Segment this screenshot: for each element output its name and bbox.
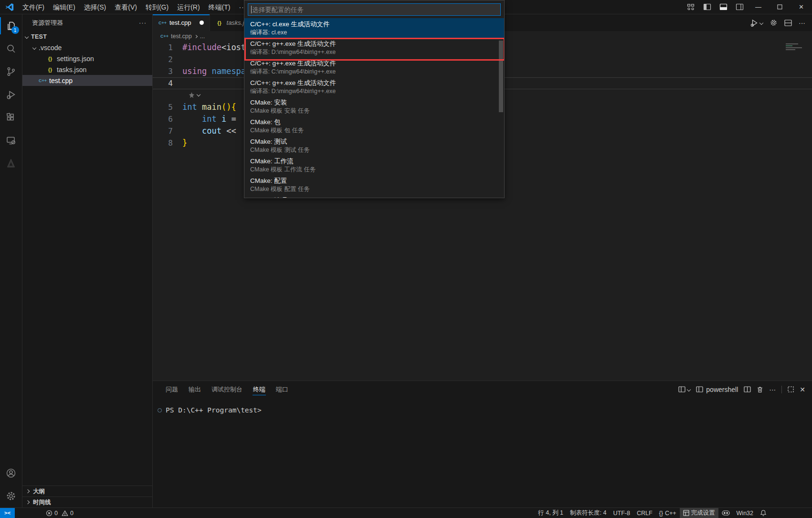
account-icon[interactable] xyxy=(0,462,22,485)
window-minimize-button[interactable]: — xyxy=(748,0,769,14)
explorer-file-row[interactable]: {} tasks.json xyxy=(22,64,152,75)
toggle-panel-icon[interactable] xyxy=(716,1,730,13)
quickpick-item[interactable]: C/C++: g++.exe 生成活动文件 编译器: D:\mingw64\bi… xyxy=(244,38,504,57)
quickpick-item[interactable]: CMake: 包 CMake 模板 包 任务 xyxy=(244,116,504,136)
finish-setup-status[interactable]: 完成设置 xyxy=(680,508,718,518)
tab-test-cpp[interactable]: C++ test.cpp xyxy=(153,14,210,31)
quickpick-item-title: C/C++: cl.exe 生成活动文件 xyxy=(250,20,498,29)
quickpick-item-description: CMake 模板 包 任务 xyxy=(250,127,498,135)
sidebar-section[interactable]: 时间线 xyxy=(22,497,152,507)
menu-item[interactable]: 编辑(E) xyxy=(49,2,80,12)
quickpick-item[interactable]: CMake: 测试 CMake 模板 测试 任务 xyxy=(244,136,504,155)
encoding-status[interactable]: UTF-8 xyxy=(610,508,633,518)
menu-item[interactable]: 查看(V) xyxy=(110,2,141,12)
menu-item[interactable]: 转到(G) xyxy=(141,2,173,12)
panel-tab[interactable]: 终端 xyxy=(249,381,270,398)
menu-item[interactable]: 运行(R) xyxy=(173,2,204,12)
sidebar-section[interactable]: 大纲 xyxy=(22,486,152,497)
extensions-activity-icon[interactable] xyxy=(0,106,22,129)
chevron-right-icon xyxy=(26,500,30,504)
quickpick-dropdown: C/C++: cl.exe 生成活动文件 编译器: cl.exe C/C++: … xyxy=(244,0,505,198)
explorer-root-folder[interactable]: TEST xyxy=(22,31,152,42)
quickpick-item[interactable]: C/C++: g++.exe 生成活动文件 编译器: C:\mingw64\bi… xyxy=(244,57,504,77)
menu-item[interactable]: 文件(F) xyxy=(18,2,49,12)
quickpick-item[interactable]: CMake: 配置 CMake 模板 配置 任务 xyxy=(244,175,504,194)
copilot-status-icon[interactable] xyxy=(718,508,733,518)
notifications-bell-icon[interactable] xyxy=(757,508,770,518)
explorer-more-actions-button[interactable]: ··· xyxy=(139,19,147,26)
braces-icon: {} xyxy=(659,510,663,517)
quickpick-scrollbar[interactable] xyxy=(499,41,503,112)
maximize-panel-icon[interactable] xyxy=(788,386,794,392)
terminal-content[interactable]: PS D:\C++ Program\test> xyxy=(153,398,812,414)
run-or-debug-button[interactable] xyxy=(750,19,763,27)
terminal-instance-powershell[interactable]: powershell xyxy=(696,386,738,393)
quickpick-item[interactable]: CMake: 安装 CMake 模板 安装 任务 xyxy=(244,96,504,116)
panel-more-actions-button[interactable]: ··· xyxy=(769,386,776,393)
panel-tab[interactable]: 输出 xyxy=(184,381,205,398)
panel-tab[interactable]: 问题 xyxy=(161,381,182,398)
remote-indicator[interactable]: >< xyxy=(0,508,15,518)
quickpick-item-title: CMake: 配置 xyxy=(250,176,498,185)
menu-item[interactable]: 终端(T) xyxy=(204,2,235,12)
quickpick-item-title: CMake: 安装 xyxy=(250,98,498,107)
quickpick-input[interactable] xyxy=(248,3,501,16)
run-debug-activity-icon[interactable] xyxy=(0,83,22,106)
remote-explorer-activity-icon[interactable] xyxy=(0,129,22,152)
breadcrumb-file[interactable]: test.cpp xyxy=(171,33,192,40)
problems-status-item[interactable]: 0 0 xyxy=(42,508,77,518)
command-decoration-icon[interactable] xyxy=(158,408,162,412)
split-editor-icon[interactable] xyxy=(784,20,792,26)
explorer-file-row[interactable]: C++ test.cpp xyxy=(22,75,152,86)
code-text: int main(){ xyxy=(182,101,236,113)
window-close-button[interactable]: ✕ xyxy=(791,0,812,14)
cpp-file-icon: C++ xyxy=(160,34,168,39)
quickpick-item-title: C/C++: g++.exe 生成活动文件 xyxy=(250,78,498,87)
eol-status[interactable]: CRLF xyxy=(633,508,656,518)
quickpick-item-description: 编译器: C:\mingw64\bin\g++.exe xyxy=(250,68,498,76)
line-number: 2 xyxy=(153,53,182,65)
menu-bar: 文件(F)编辑(E)选择(S)查看(V)转到(G)运行(R)终端(T) xyxy=(18,0,234,14)
panel-tab[interactable]: 端口 xyxy=(272,381,293,398)
toggle-sidebar-icon[interactable] xyxy=(700,1,714,13)
breadcrumb-symbol[interactable]: ... xyxy=(200,33,205,40)
explorer-activity-icon[interactable]: 1 xyxy=(0,14,22,37)
editor-more-actions-button[interactable]: ··· xyxy=(799,19,805,27)
explorer-file-row[interactable]: {} settings.json xyxy=(22,53,152,64)
setup-grid-icon xyxy=(683,510,689,516)
minimap[interactable] xyxy=(786,42,807,51)
quickpick-item[interactable]: C/C++: g++.exe 生成活动文件 编译器: D:\mingw64\bi… xyxy=(244,77,504,96)
indentation-status[interactable]: 制表符长度: 4 xyxy=(567,508,610,518)
quickpick-item-description: 编译器: cl.exe xyxy=(250,29,498,37)
menu-item[interactable]: 选择(S) xyxy=(80,2,111,12)
terminal-prompt: PS D:\C++ Program\test> xyxy=(166,406,262,414)
panel-tab[interactable]: 调试控制台 xyxy=(207,381,247,398)
cursor-position-status[interactable]: 行 4, 列 1 xyxy=(535,508,567,518)
new-terminal-button[interactable] xyxy=(678,386,690,392)
search-activity-icon[interactable] xyxy=(0,37,22,60)
settings-gear-icon[interactable] xyxy=(0,485,22,507)
window-maximize-button[interactable] xyxy=(769,0,791,14)
close-panel-icon[interactable]: ✕ xyxy=(800,386,805,393)
unsaved-changes-dot[interactable] xyxy=(200,21,204,25)
quickpick-item-description: 编译器: D:\mingw64\bin\g++.exe xyxy=(250,87,498,95)
explorer-folder-vscode[interactable]: .vscode xyxy=(22,42,152,53)
chevron-down-icon xyxy=(759,21,763,24)
toggle-secondary-sidebar-icon[interactable] xyxy=(732,1,747,13)
kill-terminal-trash-icon[interactable] xyxy=(757,386,763,393)
quickpick-item[interactable]: C/C++: cl.exe 生成活动文件 编译器: cl.exe xyxy=(244,18,504,38)
quickpick-item[interactable]: CMake: 清理 xyxy=(244,194,504,198)
explorer-file-list: {} settings.json {} tasks.json C++ test.… xyxy=(22,53,152,86)
customize-layout-icon[interactable] xyxy=(684,1,698,13)
source-control-activity-icon[interactable] xyxy=(0,60,22,83)
file-type-icon: {} xyxy=(46,67,54,73)
quickpick-item[interactable]: CMake: 工作流 CMake 模板 工作流 任务 xyxy=(244,155,504,175)
language-name: C++ xyxy=(665,510,676,517)
file-type-icon: C++ xyxy=(39,78,46,83)
editor-settings-gear-icon[interactable] xyxy=(770,19,778,27)
split-terminal-icon[interactable] xyxy=(744,386,751,392)
language-mode-status[interactable]: {} C++ xyxy=(656,508,680,518)
cmake-activity-icon[interactable] xyxy=(0,152,22,175)
os-status[interactable]: Win32 xyxy=(733,508,757,518)
file-type-icon: {} xyxy=(46,56,54,62)
